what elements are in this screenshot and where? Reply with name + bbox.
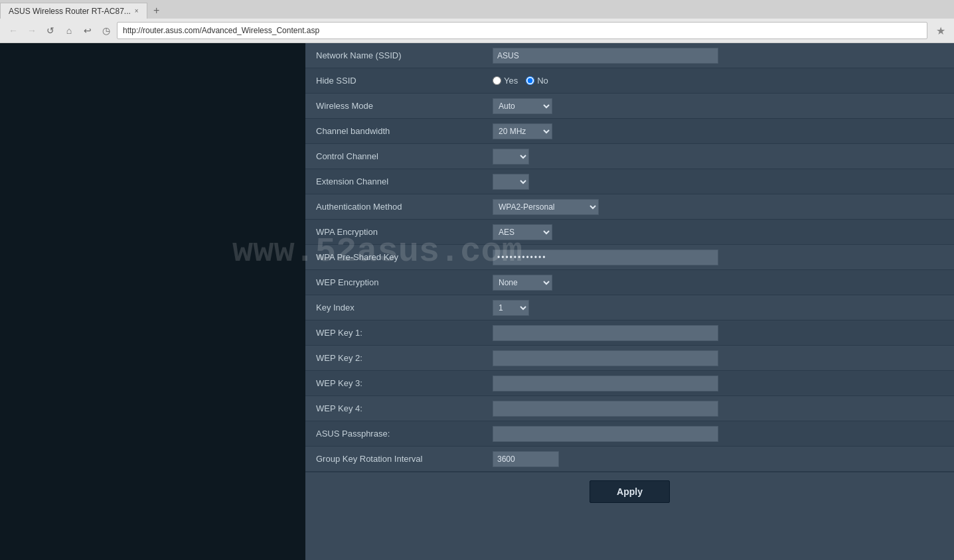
- hide-ssid-label: Hide SSID: [305, 70, 485, 91]
- group-key-row: Group Key Rotation Interval: [305, 447, 954, 472]
- asus-passphrase-label: ASUS Passphrase:: [305, 423, 485, 444]
- left-sidebar: [0, 43, 305, 560]
- wpa-encryption-row: WPA Encryption AES TKIP TKIP+AES: [305, 220, 954, 245]
- group-key-label: Group Key Rotation Interval: [305, 449, 485, 469]
- apply-row: Apply: [305, 472, 954, 511]
- control-channel-label: Control Channel: [305, 146, 485, 167]
- wireless-mode-row: Wireless Mode Auto N only Legacy: [305, 94, 954, 119]
- wpa-psk-control: [485, 245, 954, 269]
- auth-method-label: Authentication Method: [305, 196, 485, 217]
- wep-key1-label: WEP Key 1:: [305, 322, 485, 343]
- control-channel-row: Control Channel 1 6 11: [305, 144, 954, 169]
- hide-ssid-yes-label[interactable]: Yes: [493, 76, 518, 86]
- network-name-input[interactable]: [493, 48, 718, 64]
- hide-ssid-control: Yes No: [485, 72, 954, 90]
- key-index-row: Key Index 1 2 3 4: [305, 295, 954, 320]
- asus-passphrase-row: ASUS Passphrase:: [305, 421, 954, 447]
- hide-ssid-no-text: No: [537, 76, 548, 86]
- wpa-psk-row: WPA Pre-Shared Key: [305, 245, 954, 270]
- wep-key4-control: [485, 397, 954, 421]
- wep-key2-control: [485, 346, 954, 370]
- channel-bandwidth-label: Channel bandwidth: [305, 121, 485, 141]
- channel-bandwidth-select[interactable]: 20 MHz 40 MHz 80 MHz: [493, 123, 552, 139]
- address-bar[interactable]: [117, 22, 927, 39]
- extension-channel-row: Extension Channel Above Below: [305, 169, 954, 194]
- network-name-control: [485, 44, 954, 68]
- auth-method-select[interactable]: Open System WPA-Personal WPA2-Personal W…: [493, 199, 599, 215]
- hide-ssid-row: Hide SSID Yes No: [305, 68, 954, 94]
- wep-key3-row: WEP Key 3:: [305, 371, 954, 396]
- wep-key2-label: WEP Key 2:: [305, 348, 485, 368]
- tab-title: ASUS Wireless Router RT-AC87...: [9, 7, 131, 16]
- wep-encryption-control: None 64-bit 128-bit: [485, 271, 954, 295]
- wpa-psk-label: WPA Pre-Shared Key: [305, 247, 485, 267]
- key-index-label: Key Index: [305, 297, 485, 318]
- hide-ssid-yes-text: Yes: [504, 76, 518, 86]
- channel-bandwidth-row: Channel bandwidth 20 MHz 40 MHz 80 MHz: [305, 119, 954, 144]
- forward-button[interactable]: →: [24, 23, 40, 38]
- wep-key1-input[interactable]: [493, 325, 718, 341]
- channel-bandwidth-control: 20 MHz 40 MHz 80 MHz: [485, 119, 954, 143]
- home-button[interactable]: ⌂: [61, 23, 77, 38]
- hide-ssid-no-label[interactable]: No: [526, 76, 548, 86]
- asus-passphrase-control: [485, 422, 954, 446]
- key-index-select[interactable]: 1 2 3 4: [493, 300, 529, 316]
- wpa-encryption-select[interactable]: AES TKIP TKIP+AES: [493, 224, 552, 240]
- wep-key4-input[interactable]: [493, 401, 718, 417]
- wep-key2-input[interactable]: [493, 350, 718, 366]
- wep-encryption-label: WEP Encryption: [305, 272, 485, 293]
- extension-channel-select[interactable]: Above Below: [493, 174, 529, 190]
- network-name-row: Network Name (SSID): [305, 43, 954, 68]
- wep-key2-row: WEP Key 2:: [305, 346, 954, 371]
- wep-key1-control: [485, 321, 954, 345]
- control-channel-select[interactable]: 1 6 11: [493, 149, 529, 165]
- tab-bar: ASUS Wireless Router RT-AC87... × +: [0, 0, 954, 19]
- control-channel-control: 1 6 11: [485, 145, 954, 169]
- network-name-label: Network Name (SSID): [305, 45, 485, 66]
- wep-key3-label: WEP Key 3:: [305, 373, 485, 393]
- hide-ssid-no-radio[interactable]: [526, 76, 534, 85]
- wireless-mode-select[interactable]: Auto N only Legacy: [493, 98, 552, 114]
- wireless-mode-label: Wireless Mode: [305, 96, 485, 116]
- group-key-input[interactable]: [493, 451, 559, 467]
- wep-key4-row: WEP Key 4:: [305, 396, 954, 421]
- wpa-psk-input[interactable]: [493, 249, 718, 265]
- wep-key3-control: [485, 372, 954, 395]
- asus-passphrase-input[interactable]: [493, 426, 718, 442]
- wep-encryption-row: WEP Encryption None 64-bit 128-bit: [305, 270, 954, 295]
- browser-chrome: ASUS Wireless Router RT-AC87... × + ← → …: [0, 0, 954, 43]
- hide-ssid-radio-group: Yes No: [493, 76, 548, 86]
- nav-bar: ← → ↺ ⌂ ↩ ◷ ★: [0, 19, 954, 43]
- extension-channel-label: Extension Channel: [305, 171, 485, 192]
- wireless-mode-control: Auto N only Legacy: [485, 94, 954, 118]
- wep-key3-input[interactable]: [493, 376, 718, 391]
- page-content: www.52asus.com Network Name (SSID) Hide …: [0, 43, 954, 560]
- history-button[interactable]: ◷: [98, 23, 114, 38]
- wep-key1-row: WEP Key 1:: [305, 320, 954, 346]
- back-button[interactable]: ←: [5, 23, 21, 38]
- wpa-encryption-label: WPA Encryption: [305, 222, 485, 242]
- key-index-control: 1 2 3 4: [485, 296, 954, 320]
- auth-method-row: Authentication Method Open System WPA-Pe…: [305, 194, 954, 220]
- undo-button[interactable]: ↩: [80, 23, 96, 38]
- settings-panel: Network Name (SSID) Hide SSID Yes No: [305, 43, 954, 560]
- auth-method-control: Open System WPA-Personal WPA2-Personal W…: [485, 195, 954, 219]
- new-tab-button[interactable]: +: [147, 3, 166, 19]
- tab-close-button[interactable]: ×: [135, 7, 139, 15]
- extension-channel-control: Above Below: [485, 170, 954, 194]
- active-tab[interactable]: ASUS Wireless Router RT-AC87... ×: [0, 3, 147, 19]
- wpa-encryption-control: AES TKIP TKIP+AES: [485, 220, 954, 244]
- hide-ssid-yes-radio[interactable]: [493, 76, 501, 85]
- wep-encryption-select[interactable]: None 64-bit 128-bit: [493, 275, 552, 291]
- bookmark-button[interactable]: ★: [933, 23, 949, 38]
- apply-button[interactable]: Apply: [590, 480, 670, 503]
- wep-key4-label: WEP Key 4:: [305, 398, 485, 419]
- group-key-control: [485, 447, 954, 471]
- reload-button[interactable]: ↺: [42, 23, 58, 38]
